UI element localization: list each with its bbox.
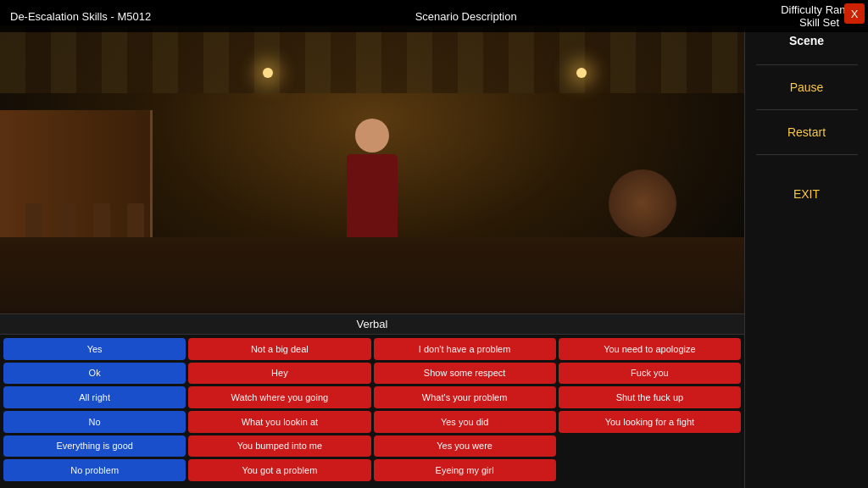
right-panel: Scene Pause Restart EXIT — [744, 25, 868, 488]
btn-all-right[interactable]: All right — [3, 386, 186, 408]
char-head — [355, 119, 389, 152]
btn-hey[interactable]: Hey — [188, 363, 370, 385]
scene-label: Scene — [789, 34, 824, 47]
btn-you-got-problem[interactable]: You got a problem — [188, 459, 370, 481]
empty-cell-1 — [559, 435, 741, 458]
empty-cell-2 — [559, 459, 741, 481]
btn-looking-fight[interactable]: You looking for a fight — [559, 411, 741, 433]
divider-2 — [756, 109, 858, 110]
bottom-panel: Verbal Yes Not a big deal I don't have a… — [0, 313, 744, 488]
btn-watch-where[interactable]: Watch where you going — [188, 386, 370, 408]
header-title: De-Escalation Skills - M5012 — [10, 10, 151, 23]
btn-need-apologize[interactable]: You need to apologize — [559, 338, 741, 360]
btn-no-problem[interactable]: No problem — [3, 459, 186, 481]
btn-no-problem2[interactable]: I don't have a problem — [374, 338, 556, 360]
pause-button[interactable]: Pause — [756, 74, 858, 101]
btn-you-bumped[interactable]: You bumped into me — [188, 435, 370, 458]
btn-whats-problem[interactable]: What's your problem — [374, 386, 556, 408]
btn-ok[interactable]: Ok — [3, 363, 186, 385]
light-1 — [263, 68, 273, 78]
ceiling-decoration — [0, 25, 744, 93]
table-right — [609, 169, 676, 237]
scene-background: 45 FPS — [0, 25, 744, 339]
header-bar: De-Escalation Skills - M5012 Scenario De… — [0, 0, 868, 32]
btn-yes-you-did[interactable]: Yes you did — [374, 411, 556, 433]
header-scenario: Scenario Description — [415, 10, 517, 23]
btn-yes[interactable]: Yes — [3, 338, 186, 360]
char-body — [347, 154, 398, 239]
btn-eyeing-girl[interactable]: Eyeing my girl — [374, 459, 556, 481]
divider-3 — [756, 154, 858, 155]
light-2 — [576, 68, 587, 78]
btn-yes-you-were[interactable]: Yes you were — [374, 435, 556, 458]
btn-show-respect[interactable]: Show some respect — [374, 363, 556, 385]
btn-shut-up[interactable]: Shut the fuck up — [559, 386, 741, 408]
verbal-header: Verbal — [0, 314, 744, 335]
btn-no[interactable]: No — [3, 411, 186, 433]
restart-button[interactable]: Restart — [756, 119, 858, 146]
btn-what-lookin[interactable]: What you lookin at — [188, 411, 370, 433]
btn-fuck-you[interactable]: Fuck you — [559, 363, 741, 385]
btn-everything-good[interactable]: Everything is good — [3, 435, 186, 458]
divider-1 — [756, 64, 858, 65]
game-viewport: 45 FPS — [0, 25, 744, 339]
exit-button[interactable]: EXIT — [756, 180, 858, 208]
button-grid: Yes Not a big deal I don't have a proble… — [0, 335, 744, 485]
close-button[interactable]: X — [844, 3, 865, 24]
btn-not-big-deal[interactable]: Not a big deal — [188, 338, 370, 360]
